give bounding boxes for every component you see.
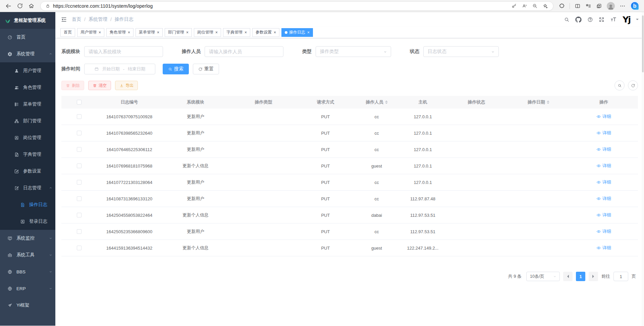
row-checkbox[interactable] [77, 229, 82, 234]
tab-close-icon[interactable] [274, 30, 276, 35]
sidebar-item[interactable]: 系统管理 [0, 46, 55, 62]
tab-close-icon[interactable] [99, 30, 101, 35]
zoom-out-icon[interactable] [532, 3, 538, 9]
row-checkbox[interactable] [77, 213, 82, 217]
operator-input[interactable] [205, 46, 283, 57]
add-favorite-icon[interactable] [542, 3, 548, 9]
toggle-search-button[interactable] [614, 80, 625, 90]
sidebar-item[interactable]: 参数设置 [0, 163, 55, 180]
detail-link[interactable]: 详细 [596, 130, 611, 136]
sidebar-item[interactable]: 系统工具 [0, 247, 55, 263]
type-select[interactable]: 操作类型 [316, 46, 391, 57]
breadcrumb-item[interactable]: 首页 [72, 16, 81, 22]
detail-link[interactable]: 详细 [596, 163, 611, 169]
sidebar-item[interactable]: 部门管理 [0, 113, 55, 129]
export-button[interactable]: 导出 [115, 81, 138, 90]
page-number-button[interactable]: 1 [576, 272, 585, 281]
sidebar-item[interactable]: 系统监控 [0, 230, 55, 247]
row-checkbox[interactable] [77, 131, 82, 135]
tag-tab[interactable]: 首页 [60, 28, 75, 37]
tag-tab[interactable]: 菜单管理 [136, 28, 163, 37]
sidebar-item[interactable]: Yi框架 [0, 297, 55, 314]
detail-link[interactable]: 详细 [596, 245, 611, 251]
detail-link[interactable]: 详细 [596, 212, 611, 218]
password-key-icon[interactable] [511, 3, 517, 9]
sidebar-item[interactable]: 首页 [0, 29, 55, 46]
module-input[interactable] [84, 46, 163, 57]
row-checkbox[interactable] [77, 246, 82, 250]
tab-close-icon[interactable] [157, 30, 159, 35]
breadcrumb-item[interactable]: 系统管理 [89, 16, 107, 22]
breadcrumb-item[interactable]: 操作日志 [115, 16, 133, 22]
split-screen-icon[interactable] [575, 3, 581, 9]
refresh-table-button[interactable] [628, 80, 638, 90]
bing-chat-icon[interactable]: b [630, 1, 639, 10]
scrollbar-thumb[interactable] [642, 15, 644, 72]
status-select[interactable]: 日志状态 [423, 46, 499, 57]
browser-menu-icon[interactable] [620, 3, 626, 9]
sidebar-item[interactable]: 字典管理 [0, 146, 55, 163]
help-icon[interactable] [587, 17, 593, 22]
read-aloud-icon[interactable] [522, 3, 527, 9]
profile-avatar[interactable] [607, 2, 615, 10]
detail-link[interactable]: 详细 [596, 114, 611, 120]
tag-tab[interactable]: 操作日志 [281, 28, 313, 37]
sidebar-item[interactable]: ERP [0, 280, 55, 297]
delete-button[interactable]: 删除 [61, 81, 84, 90]
sidebar-item[interactable]: 登录日志 [0, 213, 55, 230]
detail-link[interactable]: 详细 [596, 179, 611, 185]
tag-tab[interactable]: 岗位管理 [194, 28, 221, 37]
address-bar[interactable]: https://ccnetcore.com:1101/system/log/op… [40, 1, 553, 11]
row-checkbox[interactable] [77, 164, 82, 168]
user-logo[interactable]: Yj [623, 15, 630, 24]
sidebar-item[interactable]: 菜单管理 [0, 96, 55, 113]
tag-tab[interactable]: 部门管理 [165, 28, 192, 37]
tab-close-icon[interactable] [245, 30, 247, 35]
extensions-icon[interactable] [559, 3, 565, 9]
tab-close-icon[interactable] [307, 30, 310, 35]
text-size-icon[interactable] [610, 16, 617, 23]
browser-reload-button[interactable] [15, 1, 25, 11]
goto-page-input[interactable] [613, 272, 628, 281]
sort-carets-icon[interactable] [547, 99, 549, 105]
tab-close-icon[interactable] [128, 30, 130, 35]
sidebar-item[interactable]: 日志管理 [0, 180, 55, 196]
browser-back-button[interactable] [3, 1, 13, 11]
prev-page-button[interactable] [563, 272, 573, 281]
sort-carets-icon[interactable] [385, 99, 388, 105]
sidebar-fold-icon[interactable] [61, 16, 67, 23]
detail-link[interactable]: 详细 [596, 229, 611, 235]
row-checkbox[interactable] [77, 114, 82, 119]
reset-button[interactable]: 重置 [193, 64, 219, 74]
favorites-icon[interactable] [585, 3, 591, 9]
sidebar-item[interactable]: 操作日志 [0, 196, 55, 213]
fullscreen-icon[interactable] [599, 17, 604, 22]
tag-tab[interactable]: 角色管理 [106, 28, 133, 37]
tag-tab[interactable]: 参数设置 [252, 28, 279, 37]
browser-home-button[interactable] [26, 1, 36, 11]
user-caret-down-icon[interactable] [636, 19, 639, 21]
search-button[interactable]: 搜索 [163, 64, 189, 74]
sidebar-item[interactable]: BBS [0, 263, 55, 280]
tag-tab[interactable]: 字典管理 [223, 28, 250, 37]
sidebar-item[interactable]: 岗位管理 [0, 129, 55, 146]
detail-link[interactable]: 详细 [596, 146, 611, 152]
next-page-button[interactable] [589, 272, 598, 281]
collections-icon[interactable] [596, 3, 602, 9]
row-checkbox[interactable] [77, 180, 82, 185]
row-checkbox[interactable] [77, 147, 82, 152]
date-range-picker[interactable]: 开始日期 - 结束日期 [84, 64, 155, 74]
tab-close-icon[interactable] [215, 30, 218, 35]
url-text[interactable]: https://ccnetcore.com:1101/system/log/op… [53, 3, 511, 9]
header-search-icon[interactable] [564, 17, 570, 22]
tag-tab[interactable]: 用户管理 [77, 28, 104, 37]
select-all-checkbox[interactable] [77, 100, 82, 105]
sidebar-item[interactable]: 用户管理 [0, 62, 55, 79]
detail-link[interactable]: 详细 [596, 196, 611, 202]
tab-close-icon[interactable] [186, 30, 189, 35]
row-checkbox[interactable] [77, 196, 82, 201]
page-size-select[interactable]: 10条/页 [526, 272, 560, 281]
github-icon[interactable] [575, 16, 582, 23]
sidebar-item[interactable]: 角色管理 [0, 79, 55, 96]
page-scrollbar[interactable] [642, 12, 644, 326]
